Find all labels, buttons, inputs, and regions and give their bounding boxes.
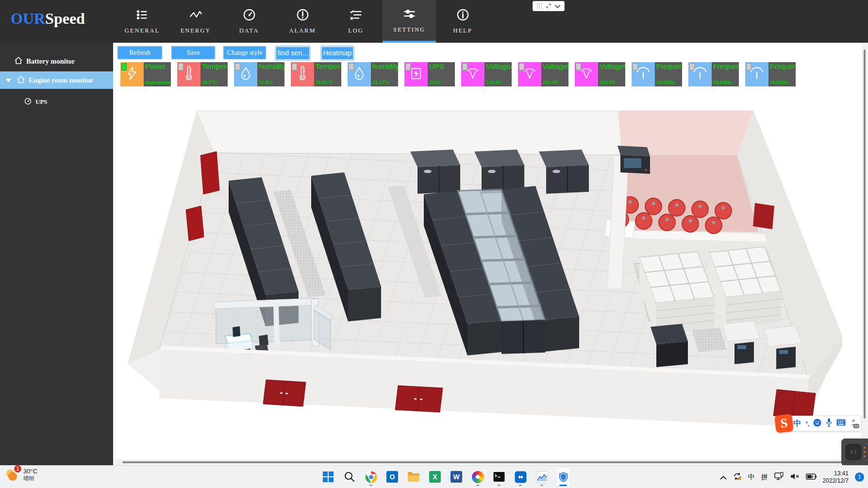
ime-language-indicator[interactable]: 中: [748, 473, 755, 482]
vertical-scrollbar[interactable]: [862, 43, 868, 459]
tab-log[interactable]: LOG: [329, 0, 383, 43]
sensor-tile-row: Powerstatusnormal Tempera26.7°C humidity…: [120, 62, 796, 86]
chrome-icon[interactable]: [364, 468, 378, 486]
file-explorer-icon[interactable]: [407, 468, 420, 486]
search-button[interactable]: [343, 468, 356, 486]
clock-time: 13:41: [823, 470, 849, 477]
network-display-icon[interactable]: [774, 472, 784, 483]
checkbox[interactable]: [689, 63, 695, 70]
floating-recorder-widget[interactable]: [841, 438, 868, 466]
sidebar-item-ups[interactable]: UPS: [0, 93, 113, 111]
office-monitor: [233, 326, 240, 337]
checkbox[interactable]: [292, 63, 297, 70]
sensor-tile-voltage-c[interactable]: VoltageC234.2V: [575, 62, 625, 86]
tray-chevron-up-icon[interactable]: [720, 473, 727, 482]
thermometer-icon: [185, 66, 193, 83]
heatmap-button[interactable]: Heatmap: [321, 46, 354, 60]
sensor-tile-frequency-c[interactable]: Frequen50.02Hz: [745, 62, 796, 86]
home-icon: [17, 76, 25, 85]
tab-general[interactable]: GENERAL: [116, 0, 169, 43]
tab-label: ENERGY: [181, 27, 211, 34]
system-tray: 中 拼 13:41 2022/12/7 1: [720, 466, 864, 488]
sogou-ime-toolbar[interactable]: S 中 °, 10: [783, 416, 861, 431]
checkbox[interactable]: [746, 63, 751, 70]
user-count-icon[interactable]: 10: [850, 419, 858, 428]
logo-part2: Speed: [45, 10, 85, 27]
tray-sync-icon[interactable]: [733, 472, 742, 483]
info-circle-icon: [456, 8, 469, 27]
find-sensor-button[interactable]: find sen...: [275, 46, 310, 60]
terminal-icon[interactable]: [492, 468, 506, 486]
caret-down-icon: [6, 76, 11, 84]
teamviewer-icon[interactable]: [514, 468, 527, 486]
checkbox[interactable]: [462, 63, 467, 70]
emoji-icon[interactable]: [813, 419, 821, 429]
scrollbar-thumb[interactable]: [864, 50, 866, 419]
microphone-icon[interactable]: [826, 418, 832, 429]
sensor-tile-power[interactable]: Powerstatusnormal: [120, 62, 171, 86]
security-app-icon[interactable]: [556, 468, 570, 486]
volume-muted-icon[interactable]: [790, 472, 800, 482]
tab-setting[interactable]: SETTING: [383, 0, 436, 43]
sensor-tile-temperature2[interactable]: Tempera26.85°C: [291, 62, 341, 86]
battery-icon[interactable]: [806, 473, 817, 482]
clock-date: 2022/12/7: [823, 477, 849, 485]
sensor-tile-voltage-a[interactable]: VoltageA233.4V: [461, 62, 512, 86]
pinwheel-app-icon[interactable]: [471, 468, 484, 486]
room-3d-view[interactable]: [113, 87, 868, 427]
weather-temperature: 30°C: [23, 468, 37, 475]
volt-meter-icon: [523, 67, 536, 82]
taskbar-apps: O X W: [321, 468, 570, 486]
ime-lang-toggle[interactable]: 中: [793, 419, 801, 429]
save-button[interactable]: Save: [171, 46, 215, 59]
scrollbar-thumb[interactable]: [122, 461, 856, 463]
logo-part1: OUR: [11, 10, 45, 27]
capture-mini-widget[interactable]: [533, 1, 565, 11]
checkbox[interactable]: [235, 63, 240, 70]
widget-dot: [864, 451, 866, 453]
tab-help[interactable]: HELP: [436, 0, 489, 43]
recorder-icon[interactable]: [845, 444, 862, 460]
checkbox[interactable]: [349, 63, 354, 70]
tab-energy[interactable]: ENERGY: [169, 0, 222, 43]
checkbox[interactable]: [519, 63, 524, 70]
checkbox[interactable]: [405, 63, 411, 70]
gauge-icon: [243, 8, 256, 27]
sidebar-item-engine-room-monitor[interactable]: Engine room monitor: [0, 71, 113, 89]
sensor-tile-humidity1[interactable]: humidity51.9%: [234, 62, 284, 86]
start-button[interactable]: [321, 468, 335, 486]
top-navbar: OURSpeed GENERAL ENERGY DATA ALARM LOG: [0, 0, 868, 43]
sidebar-item-battery-monitor[interactable]: Battery monitor: [0, 52, 113, 70]
app-window: OURSpeed GENERAL ENERGY DATA ALARM LOG: [0, 0, 868, 488]
sensor-tile-temperature1[interactable]: Tempera26.7°C: [177, 62, 228, 86]
performance-monitor-icon[interactable]: [535, 468, 549, 486]
excel-icon[interactable]: X: [428, 468, 442, 486]
outlook-icon[interactable]: O: [385, 468, 399, 486]
tab-label: ALARM: [289, 27, 316, 34]
checkbox[interactable]: [178, 63, 184, 70]
taskbar-weather-widget[interactable]: 1 30°C 晴朗: [4, 467, 37, 483]
notification-badge[interactable]: 1: [855, 472, 864, 482]
sensor-tile-ups[interactable]: UPS231V: [404, 62, 455, 86]
sogou-logo-icon[interactable]: S: [774, 414, 794, 433]
word-icon[interactable]: W: [450, 468, 463, 486]
tab-data[interactable]: DATA: [222, 0, 276, 43]
horizontal-scrollbar[interactable]: [115, 459, 868, 465]
droplet-icon: [354, 67, 365, 82]
checkbox-checked[interactable]: [121, 63, 127, 70]
dots-grid-icon: [536, 2, 542, 11]
sensor-tile-voltage-b[interactable]: VoltageB233.4V: [518, 62, 568, 86]
refresh-button[interactable]: Refresh: [117, 46, 162, 59]
sensor-tile-frequency-a[interactable]: Frequen50.02Hz: [632, 62, 682, 86]
ime-punctuation-toggle[interactable]: °,: [805, 420, 809, 427]
ime-mode-indicator[interactable]: 拼: [761, 473, 768, 482]
tab-label: LOG: [348, 27, 364, 34]
sensor-tile-humidity2[interactable]: humidity251.17%: [348, 62, 398, 86]
taskbar-clock[interactable]: 13:41 2022/12/7: [823, 470, 849, 485]
checkbox[interactable]: [633, 63, 638, 70]
sensor-tile-frequency-b[interactable]: Frequen50.02Hz: [688, 62, 739, 86]
virtual-keyboard-icon[interactable]: [836, 419, 846, 428]
tab-alarm[interactable]: ALARM: [276, 0, 329, 43]
change-style-button[interactable]: Change style: [223, 46, 266, 59]
checkbox[interactable]: [576, 63, 581, 70]
